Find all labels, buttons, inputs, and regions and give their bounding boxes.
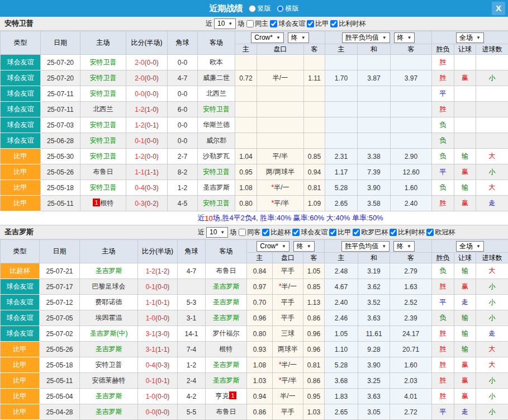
filter-比甲[interactable]: 比甲	[306, 19, 329, 29]
final-odds-select[interactable]: 终	[393, 241, 415, 252]
layout-option-horizontal[interactable]: 横版	[277, 4, 299, 13]
match-row: 球会友谊25-07-20安特卫普2-0(0-0)4-7威廉二世0.72半/一1.…	[1, 70, 508, 86]
goals-result-cell	[476, 102, 508, 117]
match-type-cell: 比甲	[1, 373, 40, 389]
crow-away-odds-cell: 1.05	[303, 263, 325, 279]
col-away: 客场	[206, 240, 247, 263]
home-team-cell: 费耶诺德	[80, 295, 138, 310]
away-team-cell: 威廉二世	[198, 70, 235, 86]
fulltime-select[interactable]: 全场	[456, 241, 484, 252]
avg-home-cell: 1.05	[325, 326, 358, 342]
filter-label: 同客	[247, 228, 260, 237]
date-cell: 25-05-11	[41, 196, 80, 211]
recent-count-select[interactable]: 10	[206, 227, 228, 238]
avg-home-cell: 1.70	[325, 70, 358, 86]
match-type-cell: 比甲	[1, 342, 40, 357]
filter-checkbox[interactable]	[426, 229, 434, 236]
corners-cell: 4-7	[168, 70, 198, 86]
avg-odds-select[interactable]: 胜平负均值	[342, 32, 390, 43]
team-name: 安特卫普	[90, 58, 117, 66]
crow-home-odds-cell: 0.94	[247, 389, 273, 404]
handicap-cell	[257, 117, 304, 133]
crow-home-odds-cell: 0.96	[247, 310, 273, 326]
bookmaker-select[interactable]: Crow*	[257, 241, 289, 252]
filter-checkbox[interactable]	[390, 229, 397, 236]
result-cell: 平	[432, 404, 454, 420]
avg-draw-cell	[358, 86, 391, 102]
filter-checkbox[interactable]	[270, 20, 277, 27]
vertical-radio[interactable]	[249, 5, 256, 12]
matches-body: 比超杯25-07-21圣吉罗斯1-2(1-2)4-7布鲁日0.84平手1.052…	[1, 263, 508, 420]
filter-checkbox[interactable]	[329, 229, 336, 236]
col-date: 日期	[41, 31, 80, 55]
filter-欧冠杯[interactable]: 欧冠杯	[426, 228, 455, 237]
result-cell: 负	[432, 180, 454, 196]
fulltime-select[interactable]: 全场	[456, 32, 484, 43]
handicap-result-cell: 赢	[454, 279, 476, 295]
team-name: 圣吉罗斯	[96, 408, 122, 416]
corners-cell: 6-0	[168, 102, 198, 117]
goals-result-cell	[476, 55, 508, 70]
avg-draw-cell: 3.62	[358, 279, 390, 295]
bookmaker-select[interactable]: Crow*	[251, 32, 284, 43]
filter-比利时杯[interactable]: 比利时杯	[330, 19, 365, 29]
final-odds-select[interactable]: 终	[288, 32, 309, 43]
filter-checkbox[interactable]	[239, 229, 246, 236]
match-type-cell: 比甲	[1, 357, 40, 373]
score-cell: 1-2(1-0)	[126, 102, 168, 117]
avg-home-cell: 1.83	[325, 389, 358, 404]
final-odds-select[interactable]: 终	[394, 32, 415, 43]
home-team-cell: 安特卫普	[80, 149, 126, 164]
away-team-cell: 圣吉罗斯	[206, 310, 247, 326]
col-result: 胜负	[432, 253, 454, 263]
crow-home-odds-cell: 0.97	[247, 279, 273, 295]
avg-away-cell: 2.52	[390, 295, 432, 310]
red-card-badge: 1	[93, 199, 99, 206]
corners-cell: 8-2	[168, 164, 198, 180]
horizontal-radio[interactable]	[277, 5, 284, 12]
final-odds-select[interactable]: 终	[293, 241, 315, 252]
avg-away-cell: 2.90	[391, 149, 432, 164]
filter-同客[interactable]: 同客	[238, 228, 260, 237]
filter-球会友谊[interactable]: 球会友谊	[269, 19, 305, 29]
crow-home-odds-cell: 0.80	[247, 326, 273, 342]
handicap-cell: 两/两球半	[257, 164, 304, 180]
date-cell: 25-05-30	[41, 149, 80, 164]
filter-checkbox[interactable]	[307, 20, 314, 27]
filter-label: 同主	[255, 19, 268, 29]
filter-label: 比利时杯	[398, 228, 425, 237]
handicap-result-cell: 赢	[454, 196, 476, 211]
filter-球会友谊[interactable]: 球会友谊	[292, 228, 327, 237]
filter-checkbox[interactable]	[353, 229, 360, 236]
date-cell: 25-07-03	[41, 117, 80, 133]
match-row: 球会友谊25-07-11北西兰1-2(1-0)6-0安特卫普胜	[1, 102, 508, 117]
team-name: 圣吉罗斯	[96, 345, 122, 353]
avg-home-cell: 1.10	[325, 342, 358, 357]
filter-欧罗巴杯[interactable]: 欧罗巴杯	[352, 228, 388, 237]
team-name: 安特卫普	[90, 74, 117, 82]
match-row: 球会友谊25-07-03安特卫普1-2(0-1)0-0华斯兰德负	[1, 117, 508, 133]
filter-比超杯[interactable]: 比超杯	[262, 228, 291, 237]
corners-cell: 0-0	[168, 117, 198, 133]
filter-同主[interactable]: 同主	[246, 19, 268, 29]
home-team-cell: 圣吉罗斯	[80, 342, 138, 357]
crow-away-odds-cell	[304, 133, 325, 149]
recent-count-select[interactable]: 10	[214, 18, 236, 29]
team-name: 圣吉罗斯	[213, 314, 240, 322]
match-row: 比甲25-04-28圣吉罗斯0-0(0-0)5-5布鲁日0.86平手1.032.…	[1, 404, 508, 420]
filter-checkbox[interactable]	[262, 229, 269, 236]
home-team-cell: 安特卫普	[80, 133, 126, 149]
crow-home-odds-cell: 0.86	[247, 404, 273, 420]
team-name: 北西兰	[206, 89, 226, 97]
filter-比利时杯[interactable]: 比利时杯	[389, 228, 425, 237]
filter-checkbox[interactable]	[246, 20, 254, 27]
close-icon[interactable]: X	[492, 2, 505, 15]
date-cell: 25-07-11	[41, 102, 80, 117]
avg-odds-select[interactable]: 胜平负均值	[341, 241, 390, 252]
handicap-cell: 平手	[273, 295, 303, 310]
filter-checkbox[interactable]	[292, 229, 300, 236]
match-row: 球会友谊25-07-05埃因霍温1-0(0-0)3-1圣吉罗斯0.96平手0.8…	[1, 310, 508, 326]
filter-checkbox[interactable]	[330, 20, 338, 27]
layout-option-vertical[interactable]: 竖版	[249, 4, 271, 13]
filter-比甲[interactable]: 比甲	[329, 228, 351, 237]
